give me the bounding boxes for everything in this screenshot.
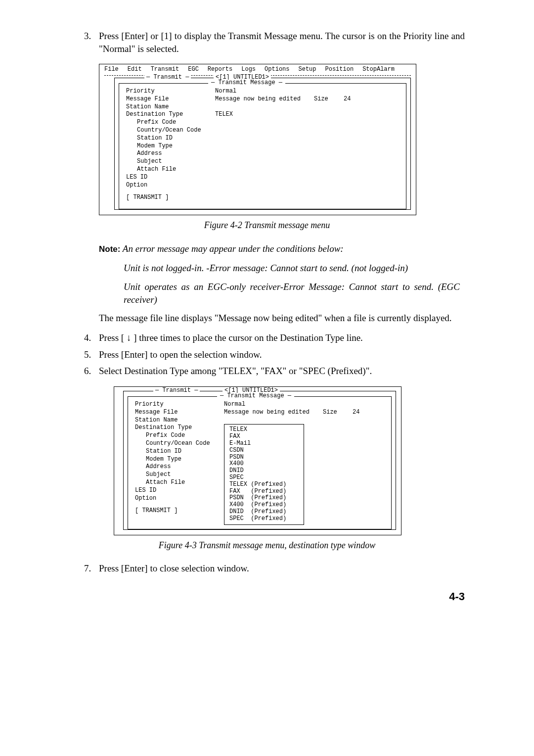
paragraph-1: The message file line displays "Message … xyxy=(99,312,465,325)
prefix-label: Prefix Code xyxy=(137,119,176,126)
option-telex-prefixed: TELEX (Prefixed) xyxy=(229,481,299,488)
note-sub-1: Unit is not logged-in. -Error message: C… xyxy=(124,262,460,275)
transmit-label: — Transmit — xyxy=(144,74,191,81)
figure-4-2-caption: Figure 4-2 Transmit message menu xyxy=(69,219,465,231)
prefix-label: Prefix Code xyxy=(146,432,185,439)
option-spec-prefixed: SPEC (Prefixed) xyxy=(229,516,299,522)
priority-label: Priority xyxy=(126,88,215,95)
note-sub-2: Unit operates as an EGC-only receiver-Er… xyxy=(124,281,460,306)
modem-label: Modem Type xyxy=(146,456,181,463)
transmit-message-title: — Transmit Message — xyxy=(217,393,294,400)
size-value: 24 xyxy=(344,96,351,103)
msgfile-value: Message now being edited xyxy=(215,96,314,103)
station-id-label: Station ID xyxy=(146,448,181,455)
les-label: LES ID xyxy=(135,487,156,494)
size-label: Size xyxy=(314,96,344,103)
menu-logs: Logs xyxy=(241,66,256,73)
menu-transmit: Transmit xyxy=(151,66,179,73)
station-id-label: Station ID xyxy=(137,135,173,142)
transmit-message-box: — Transmit Message — PriorityNormal Mess… xyxy=(119,83,406,209)
option-csdn: CSDN xyxy=(229,447,299,454)
option-dnid-prefixed: DNID (Prefixed) xyxy=(229,509,299,516)
dest-type-label: Destination Type xyxy=(135,425,192,431)
transmit-message-box-2: — Transmit Message — PriorityNormal Mess… xyxy=(128,396,392,529)
figure-4-2: File Edit Transmit EGC Reports Logs Opti… xyxy=(99,64,416,215)
subject-label: Subject xyxy=(146,472,171,478)
station-name-label: Station Name xyxy=(135,417,224,424)
msgfile-label: Message File xyxy=(135,409,224,416)
menu-edit: Edit xyxy=(128,66,142,73)
menu-egc: EGC xyxy=(188,66,199,73)
msgfile-label: Message File xyxy=(126,96,215,103)
transmit-message-title: — Transmit Message — xyxy=(208,80,285,87)
country-label: Country/Ocean Code xyxy=(137,127,201,134)
step-4: 4. Press [ ↓ ] three times to place the … xyxy=(84,331,465,344)
step-number: 4. xyxy=(84,331,99,344)
step-7: 7. Press [Enter] to close selection wind… xyxy=(84,562,465,575)
les-label: LES ID xyxy=(126,174,147,181)
menu-file: File xyxy=(104,66,119,73)
step-text: Press [ ↓ ] three times to place the cur… xyxy=(99,331,465,344)
option-spec: SPEC xyxy=(229,474,299,481)
modem-label: Modem Type xyxy=(137,143,173,150)
option-label: Option xyxy=(126,182,147,189)
address-label: Address xyxy=(137,150,162,157)
attach-label: Attach File xyxy=(146,479,185,486)
priority-value: Normal xyxy=(215,88,314,95)
figure-4-3-caption: Figure 4-3 Transmit message menu, destin… xyxy=(69,539,465,551)
station-name-label: Station Name xyxy=(126,104,215,111)
option-psdn: PSDN xyxy=(229,454,299,461)
menu-position: Position xyxy=(325,66,354,73)
page-number: 4-3 xyxy=(69,589,465,604)
country-label: Country/Ocean Code xyxy=(146,440,210,447)
note-label: Note: xyxy=(99,244,120,254)
step-text: Press [Enter] or [1] to display the Tran… xyxy=(99,30,465,55)
figure-4-3: — Transmit — <[1] UNTITLED1> — Transmit … xyxy=(114,386,401,535)
menu-bar: File Edit Transmit EGC Reports Logs Opti… xyxy=(104,66,411,74)
dest-type-dropdown: TELEX FAX E-Mail CSDN PSDN X400 DNID SPE… xyxy=(224,424,304,524)
step-number: 5. xyxy=(84,348,99,361)
step-3: 3. Press [Enter] or [1] to display the T… xyxy=(84,30,465,55)
step-text: Press [Enter] to close selection window. xyxy=(99,562,465,575)
note-line: Note: An error message may appear under … xyxy=(99,242,465,255)
step-text: Select Destination Type among "TELEX", "… xyxy=(99,365,465,378)
option-x400-prefixed: X400 (Prefixed) xyxy=(229,502,299,509)
attach-label: Attach File xyxy=(137,166,176,173)
priority-value: Normal xyxy=(224,401,323,408)
step-number: 3. xyxy=(84,30,99,55)
option-x400: X400 xyxy=(229,461,299,468)
menu-setup: Setup xyxy=(299,66,316,73)
option-fax: FAX xyxy=(229,433,299,440)
step-5: 5. Press [Enter] to open the selection w… xyxy=(84,348,465,361)
msgfile-value: Message now being edited xyxy=(224,409,323,416)
subject-label: Subject xyxy=(137,158,162,165)
dest-type-label: Destination Type xyxy=(126,111,215,118)
menu-stopalarm: StopAlarm xyxy=(362,66,395,73)
option-email: E-Mail xyxy=(229,440,299,447)
option-psdn-prefixed: PSDN (Prefixed) xyxy=(229,495,299,502)
option-telex: TELEX xyxy=(229,426,299,433)
menu-reports: Reports xyxy=(208,66,232,73)
step-number: 7. xyxy=(84,562,99,575)
step-text: Press [Enter] to open the selection wind… xyxy=(99,348,465,361)
menu-options: Options xyxy=(265,66,289,73)
option-dnid: DNID xyxy=(229,468,299,474)
transmit-button: [ TRANSMIT ] xyxy=(126,194,169,201)
transmit-button: [ TRANSMIT ] xyxy=(135,508,178,515)
option-fax-prefixed: FAX (Prefixed) xyxy=(229,488,299,495)
transmit-label: — Transmit — xyxy=(153,387,200,394)
dest-type-value: TELEX xyxy=(215,111,314,118)
note-text: An error message may appear under the co… xyxy=(120,243,343,254)
priority-label: Priority xyxy=(135,401,224,408)
size-label: Size xyxy=(323,409,353,416)
step-6: 6. Select Destination Type among "TELEX"… xyxy=(84,365,465,378)
address-label: Address xyxy=(146,464,171,471)
option-label: Option xyxy=(135,495,156,502)
size-value: 24 xyxy=(353,409,359,416)
step-number: 6. xyxy=(84,365,99,378)
